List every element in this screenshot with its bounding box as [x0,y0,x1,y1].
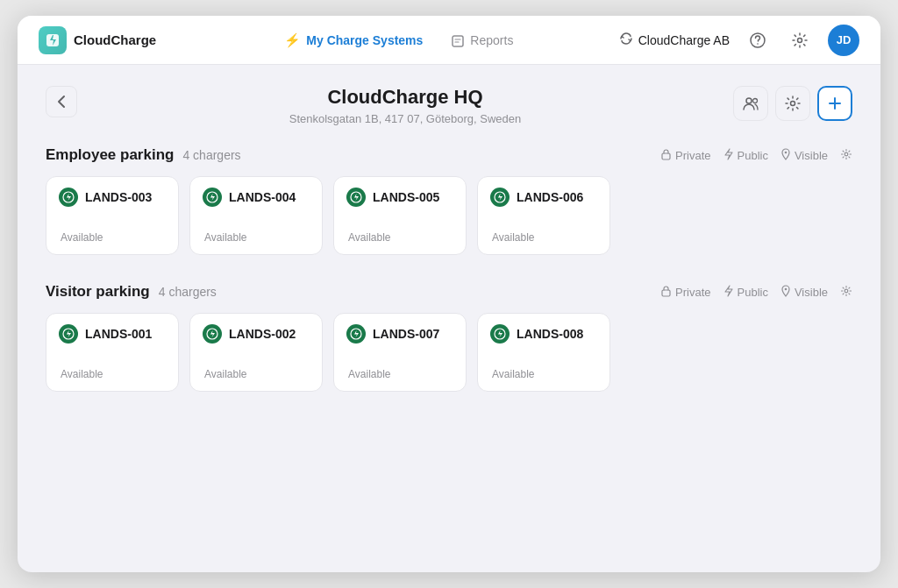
charger-id: LANDS-007 [346,324,453,344]
charger-status-icon [490,188,510,207]
location-settings-button[interactable] [775,86,810,121]
gear-icon [840,148,852,163]
section-header: Visitor parking 4 chargers Private Publi… [46,283,852,301]
svg-rect-15 [662,290,670,296]
charger-status: Available [203,231,310,244]
section-settings-icon[interactable] [840,285,852,300]
charger-id: LANDS-001 [59,324,166,344]
section-title-area: Employee parking 4 chargers [46,146,241,164]
svg-point-4 [798,38,802,42]
charger-id-label: LANDS-003 [85,190,152,204]
visible-icon [780,285,791,300]
section-meta: Private Public Visible [660,285,852,300]
settings-button[interactable] [786,26,814,54]
meta-label-public: Public [738,149,768,162]
help-button[interactable] [744,26,772,54]
location-info: CloudCharge HQ Stenkolsgatan 1B, 417 07,… [77,86,733,125]
charger-card[interactable]: LANDS-007 Available [333,313,467,392]
org-switcher[interactable]: CloudCharge AB [619,32,730,49]
visible-icon [780,148,791,163]
section-title-area: Visitor parking 4 chargers [46,283,217,301]
org-name: CloudCharge AB [638,33,730,47]
nav-my-charge-systems[interactable]: ⚡ My Charge Systems [284,29,423,52]
charger-status: Available [346,368,453,380]
section-title: Employee parking [46,146,174,164]
meta-visible: Visible [780,285,828,300]
chargers-grid: LANDS-003 Available LANDS-004 Available [46,176,852,255]
svg-rect-8 [662,153,670,159]
charger-id: LANDS-008 [490,324,597,344]
charger-id-label: LANDS-006 [517,190,583,204]
section-visitor-parking: Visitor parking 4 chargers Private Publi… [46,283,852,392]
org-switcher-icon [619,32,633,49]
public-icon [723,285,734,300]
charger-card[interactable]: LANDS-001 Available [46,313,179,392]
chargers-grid: LANDS-001 Available LANDS-002 Available [46,313,852,392]
lightning-icon: ⚡ [284,32,301,48]
section-count: 4 chargers [182,148,240,162]
add-charger-button[interactable] [817,86,852,121]
meta-private: Private [660,148,710,163]
charger-status-icon [203,324,222,344]
charger-status: Available [346,231,453,244]
charger-card[interactable]: LANDS-002 Available [189,313,323,392]
private-icon [660,285,672,300]
svg-point-16 [785,287,788,290]
logo-icon [39,26,67,54]
svg-point-10 [845,152,848,156]
section-settings-icon[interactable] [840,148,852,163]
charger-id: LANDS-002 [203,324,310,344]
svg-point-9 [785,151,788,153]
section-meta: Private Public Visible [660,148,852,163]
svg-rect-1 [453,36,463,46]
charger-status: Available [59,231,166,244]
location-title: CloudCharge HQ [77,86,733,109]
section-title: Visitor parking [46,283,150,301]
charger-id-label: LANDS-005 [373,190,439,204]
charger-id: LANDS-004 [203,188,310,207]
charger-status: Available [59,368,166,380]
charger-status-icon [59,188,78,207]
charger-id: LANDS-003 [59,188,166,207]
svg-point-3 [757,43,759,45]
charger-card[interactable]: LANDS-003 Available [46,176,179,255]
users-action-button[interactable] [733,86,768,121]
user-avatar[interactable]: JD [828,25,859,56]
meta-visible: Visible [780,148,828,163]
section-count: 4 chargers [159,285,217,299]
charger-status-icon [346,324,366,344]
meta-label-visible: Visible [795,286,828,299]
reports-icon [451,32,465,47]
charger-status-icon [203,188,222,207]
back-button[interactable] [46,86,77,117]
charger-status-icon [346,188,366,207]
section-employee-parking: Employee parking 4 chargers Private Publ… [46,146,852,255]
nav-reports[interactable]: Reports [451,28,513,51]
charger-id-label: LANDS-002 [229,327,296,341]
app-window: CloudCharge ⚡ My Charge Systems Reports [18,16,880,572]
private-icon [660,148,672,163]
charger-id-label: LANDS-007 [373,327,439,341]
charger-status: Available [203,368,310,380]
location-actions [733,86,852,121]
svg-point-6 [753,99,758,103]
svg-point-7 [791,102,795,106]
charger-id-label: LANDS-008 [517,327,583,341]
meta-private: Private [660,285,710,300]
gear-icon [840,285,852,300]
meta-label-visible: Visible [795,149,828,162]
meta-label-private: Private [675,149,710,162]
header-right: CloudCharge AB JD [619,25,859,56]
svg-point-17 [845,289,848,293]
main-content: CloudCharge HQ Stenkolsgatan 1B, 417 07,… [18,65,880,572]
charger-card[interactable]: LANDS-006 Available [477,176,610,255]
charger-card[interactable]: LANDS-008 Available [477,313,610,392]
charger-card[interactable]: LANDS-005 Available [333,176,467,255]
meta-label-public: Public [738,286,768,299]
meta-public: Public [723,285,768,300]
meta-public: Public [723,148,768,163]
public-icon [723,148,734,163]
charger-card[interactable]: LANDS-004 Available [189,176,323,255]
location-address: Stenkolsgatan 1B, 417 07, Göteborg, Swed… [77,112,733,125]
location-header: CloudCharge HQ Stenkolsgatan 1B, 417 07,… [46,86,852,125]
